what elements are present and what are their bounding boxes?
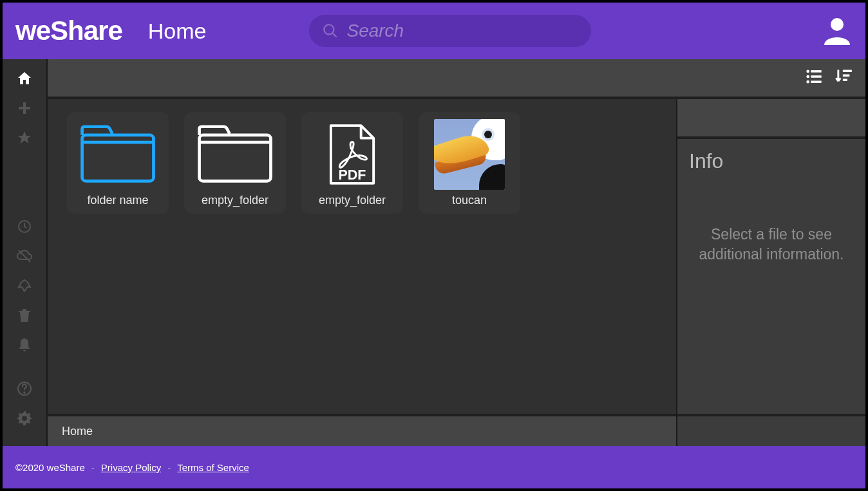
pdf-icon: PDF [327,123,377,186]
terms-link[interactable]: Terms of Service [177,462,249,473]
privacy-link[interactable]: Privacy Policy [101,462,161,473]
sort-button[interactable] [835,68,853,88]
file-tile-image[interactable]: toucan [419,112,520,214]
main-area: folder name empty_folder [46,59,865,446]
user-icon [822,14,853,45]
user-menu[interactable] [822,14,853,48]
breadcrumb[interactable]: Home [48,414,676,446]
svg-rect-10 [811,70,821,73]
svg-point-13 [806,80,809,84]
file-label: empty_folder [202,190,269,207]
help-icon[interactable] [16,381,33,396]
app-logo[interactable]: weShare [15,15,122,46]
cloud-off-icon[interactable] [16,248,33,264]
page-title: Home [148,19,207,44]
file-label: empty_folder [319,190,386,207]
image-thumbnail [434,119,505,190]
header: weShare Home [3,3,865,59]
home-icon[interactable] [16,71,33,86]
file-tile-folder[interactable]: empty_folder [184,112,286,214]
file-label: toucan [452,190,487,207]
svg-point-0 [325,24,334,34]
folder-icon [77,124,158,185]
svg-point-11 [806,75,809,79]
sidebar [3,59,46,446]
file-grid: folder name empty_folder [48,99,676,414]
info-panel: Info Select a file to see additional inf… [676,99,865,414]
svg-rect-14 [811,80,821,83]
add-icon[interactable] [16,100,33,116]
settings-icon[interactable] [16,411,33,426]
footer: ©2020 weShare - Privacy Policy - Terms o… [3,446,865,488]
search-input[interactable] [339,21,578,41]
search-field[interactable] [309,15,591,47]
svg-point-2 [831,18,844,31]
svg-rect-4 [19,107,30,109]
file-tile-folder[interactable]: folder name [67,112,169,214]
list-view-button[interactable] [805,68,823,88]
file-tile-pdf[interactable]: PDF empty_folder [301,112,403,214]
svg-line-1 [333,33,337,37]
svg-point-8 [24,392,25,393]
history-icon[interactable] [16,219,33,234]
info-panel-title: Info [677,139,865,180]
recycle-icon[interactable] [16,278,33,293]
toolbar [48,59,865,99]
svg-rect-15 [843,70,852,73]
svg-text:PDF: PDF [339,167,366,183]
copyright-text: ©2020 weShare [15,462,85,473]
folder-icon [194,124,276,185]
bell-icon[interactable] [16,337,33,353]
search-icon [322,23,339,39]
svg-rect-16 [843,75,850,77]
trash-icon[interactable] [16,308,33,323]
info-panel-message: Select a file to see additional informat… [677,180,865,414]
star-icon[interactable] [16,130,33,145]
svg-rect-17 [843,79,847,82]
file-label: folder name [87,190,148,207]
svg-point-9 [806,70,809,73]
svg-rect-12 [811,75,821,78]
